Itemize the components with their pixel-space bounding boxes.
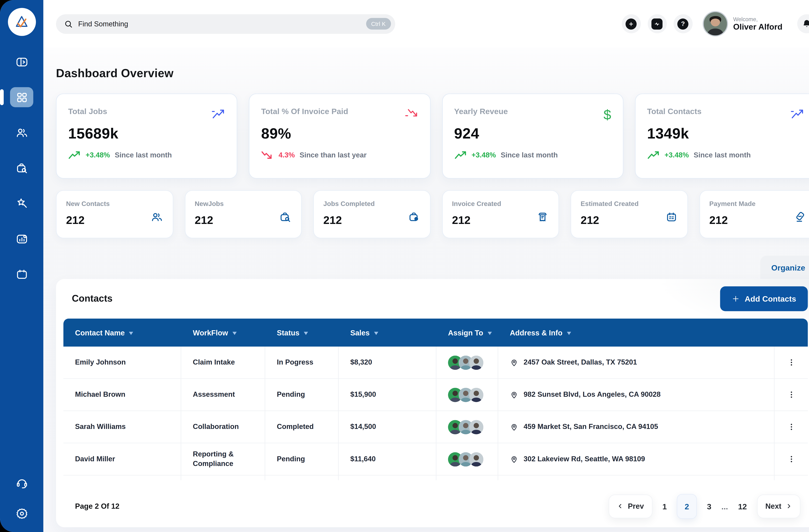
cell-sales: $14,500: [339, 411, 436, 443]
panel-collapse-icon: [15, 55, 28, 68]
sidebar-item-reports[interactable]: [10, 229, 33, 249]
create-button[interactable]: [622, 14, 641, 33]
dollar-icon: $: [603, 108, 611, 121]
add-contacts-label: Add Contacts: [745, 294, 796, 303]
users-icon: [150, 211, 163, 226]
sidebar-item-dashboard[interactable]: [10, 87, 33, 107]
prev-label: Prev: [628, 502, 644, 510]
row-menu-button[interactable]: [775, 443, 808, 476]
sort-caret-icon: [374, 331, 378, 335]
stat-title: Yearly Reveue: [454, 107, 611, 116]
column-label: Sales: [350, 328, 369, 337]
column-label: Status: [277, 328, 299, 337]
stat-delta: +3.48%: [471, 151, 496, 159]
mini-title: New Contacts: [66, 200, 163, 208]
notifications-button[interactable]: [797, 14, 809, 33]
sidebar-item-magic[interactable]: [10, 193, 33, 213]
page-number-2-active[interactable]: 2: [677, 494, 697, 518]
column-label: WorkFlow: [193, 328, 228, 337]
user-greeting: Welcome, Oliver Alford: [733, 16, 782, 32]
mini-value: 212: [323, 214, 420, 226]
cell-address: 459 Market St, San Francisco, CA 94105: [498, 411, 775, 443]
notifications: [797, 14, 809, 33]
add-contacts-button[interactable]: Add Contacts: [720, 286, 808, 311]
stat-delta: +3.48%: [86, 151, 110, 159]
address-text: 302 Lakeview Rd, Seattle, WA 98109: [523, 454, 652, 464]
assignee-avatar-group: [448, 452, 483, 466]
page-number-1[interactable]: 1: [661, 502, 668, 511]
trend-down-icon: [404, 108, 418, 121]
table-row: David Miller Reporting & Compliance Pend…: [64, 443, 808, 476]
row-menu-button[interactable]: [775, 347, 808, 379]
activity-button[interactable]: [648, 14, 667, 33]
kebab-menu-icon: [787, 455, 795, 463]
briefcase-gear-icon: [408, 211, 420, 226]
mini-card-invoice-created: Invoice Created 212: [442, 190, 559, 238]
stat-title: Total % Of Invoice Paid: [261, 107, 418, 116]
cell-status: Completed: [265, 411, 339, 443]
stat-delta: 4.3%: [279, 151, 295, 159]
trend-up-small-icon: [647, 151, 660, 160]
prev-page-button[interactable]: Prev: [609, 494, 652, 518]
page-number-3[interactable]: 3: [706, 502, 712, 511]
plus-icon: [731, 295, 739, 303]
trend-up-icon: [790, 108, 804, 121]
chevron-right-icon: [786, 503, 792, 509]
column-header-address-info[interactable]: Address & Info: [498, 319, 775, 347]
contacts-table: Contact Name WorkFlow Status Sales Assig…: [64, 319, 808, 480]
organize-tab[interactable]: Organize: [760, 256, 809, 279]
sidebar-item-settings[interactable]: [10, 503, 33, 524]
stat-value: 15689k: [68, 125, 225, 142]
sidebar-item-jobs[interactable]: [10, 158, 33, 178]
next-page-button[interactable]: Next: [757, 494, 801, 518]
mini-value: 212: [195, 214, 292, 226]
sidebar-item-calendar[interactable]: [10, 264, 33, 284]
search-shortcut-badge: Ctrl K: [366, 18, 391, 30]
topbar: Find Something Ctrl K ?: [44, 0, 809, 48]
bell-icon: [802, 18, 809, 29]
assignee-avatar: [469, 452, 483, 466]
help-button[interactable]: ?: [673, 14, 692, 33]
stat-value: 924: [454, 125, 611, 142]
users-icon: [15, 126, 28, 139]
sidebar-item-contacts[interactable]: [10, 123, 33, 143]
table-row: Sarah Williams Collaboration Completed $…: [64, 411, 808, 443]
mini-card-new-contacts: New Contacts 212: [56, 190, 173, 238]
sidebar-item-collapse[interactable]: [10, 52, 33, 72]
table-row-partial: [64, 476, 808, 480]
column-header-sales[interactable]: Sales: [339, 319, 436, 347]
assignee-avatar-group: [448, 420, 483, 434]
column-header-contact-name[interactable]: Contact Name: [64, 319, 181, 347]
row-menu-button[interactable]: [775, 379, 808, 411]
briefcase-search-icon: [15, 161, 28, 175]
column-header-status[interactable]: Status: [265, 319, 339, 347]
trend-up-small-icon: [454, 151, 467, 160]
map-pin-icon: [510, 423, 518, 431]
cell-status: Pending: [265, 379, 339, 411]
page-number-12[interactable]: 12: [737, 502, 748, 511]
chevron-left-icon: [617, 503, 624, 509]
row-menu-button[interactable]: [775, 411, 808, 443]
stat-delta: +3.48%: [665, 151, 689, 159]
column-header-workflow[interactable]: WorkFlow: [181, 319, 265, 347]
mini-title: NewJobs: [195, 200, 292, 208]
trend-up-icon: [211, 108, 225, 121]
stat-card-invoice-paid: Total % Of Invoice Paid 89% 4.3% Since t…: [249, 93, 430, 178]
stat-card-yearly-revenue: Yearly Reveue $ 924 +3.48% Since last mo…: [442, 93, 623, 178]
main-content: Dashboard Overview Total Jobs 15689k +3.…: [44, 48, 809, 532]
user-avatar[interactable]: [703, 11, 728, 37]
stat-trend: 4.3% Since than last year: [261, 151, 418, 160]
mini-title: Invoice Created: [452, 200, 549, 208]
column-label: Address & Info: [510, 328, 563, 337]
sort-caret-icon: [567, 331, 571, 335]
stat-trend: +3.48% Since last month: [647, 151, 804, 160]
mini-value: 212: [581, 214, 677, 226]
table-row: Michael Brown Assessment Pending $15,900: [64, 379, 808, 411]
cell-workflow: Assessment: [181, 379, 265, 411]
column-header-assign-to[interactable]: Assign To: [436, 319, 498, 347]
mini-title: Payment Made: [709, 200, 806, 208]
magic-star-icon: [15, 197, 28, 210]
sidebar-item-support[interactable]: [10, 473, 33, 493]
table-header-row: Contact Name WorkFlow Status Sales Assig…: [64, 319, 808, 347]
search-input[interactable]: Find Something Ctrl K: [56, 14, 395, 34]
